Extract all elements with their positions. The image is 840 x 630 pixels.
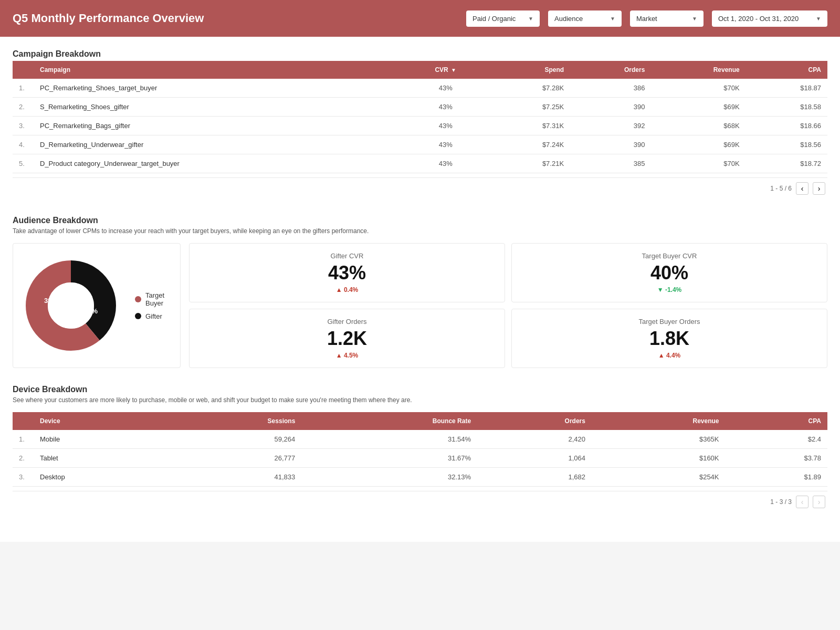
- donut-legend: Target Buyer Gifter: [135, 291, 170, 320]
- campaign-orders: 392: [570, 117, 651, 135]
- legend-target-buyer: Target Buyer: [135, 291, 170, 307]
- col-spend-header[interactable]: Spend: [487, 61, 570, 79]
- device-cpa: $2.4: [726, 430, 827, 449]
- campaign-spend: $7.31K: [487, 117, 570, 135]
- audience-label: Audience: [554, 15, 583, 23]
- row-num: 1.: [13, 79, 34, 98]
- campaign-cvr: 43%: [404, 79, 487, 98]
- metric-card: Gifter Orders 1.2K ▲ 4.5%: [189, 309, 505, 368]
- row-num: 1.: [13, 430, 34, 449]
- chevron-down-icon: ▼: [692, 16, 697, 22]
- audience-dropdown[interactable]: Audience ▼: [548, 10, 622, 27]
- row-num: 3.: [13, 117, 34, 135]
- device-revenue: $365K: [592, 430, 726, 449]
- col-cvr-header[interactable]: CVR ▼: [404, 61, 487, 79]
- device-table-footer: 1 - 3 / 3 ‹ ›: [13, 491, 827, 512]
- device-orders: 2,420: [477, 430, 592, 449]
- campaign-name: D_Remarketing_Underwear_gifter: [34, 135, 404, 154]
- page-header: Q5 Monthly Performance Overview Paid / O…: [0, 0, 840, 37]
- metric-value: 40%: [522, 262, 816, 284]
- campaign-next-btn[interactable]: ›: [813, 182, 825, 195]
- legend-dot-target-buyer: [135, 296, 141, 302]
- donut-svg: 39% 61%: [24, 258, 118, 353]
- paid-organic-dropdown[interactable]: Paid / Organic ▼: [466, 10, 540, 27]
- campaign-cvr: 43%: [404, 98, 487, 117]
- campaign-revenue: $68K: [651, 117, 746, 135]
- donut-chart-card: 39% 61% Target Buyer Gifter: [13, 243, 181, 368]
- row-num: 2.: [13, 449, 34, 468]
- campaign-table-footer: 1 - 5 / 6 ‹ ›: [13, 177, 827, 199]
- metric-value: 43%: [200, 262, 494, 284]
- campaign-spend: $7.28K: [487, 79, 570, 98]
- col-num-header: [13, 61, 34, 79]
- device-name: Mobile: [34, 430, 163, 449]
- device-sessions: 41,833: [163, 468, 302, 487]
- chevron-down-icon: ▼: [528, 16, 533, 22]
- col-campaign-header[interactable]: Campaign: [34, 61, 404, 79]
- device-cpa: $1.89: [726, 468, 827, 487]
- campaign-name: D_Product category_Underwear_target_buye…: [34, 154, 404, 173]
- campaign-revenue: $69K: [651, 135, 746, 154]
- campaign-breakdown-title: Campaign Breakdown: [13, 49, 827, 59]
- campaign-cvr: 43%: [404, 117, 487, 135]
- paid-organic-label: Paid / Organic: [472, 15, 516, 23]
- row-num: 3.: [13, 468, 34, 487]
- campaign-table-header: Campaign CVR ▼ Spend Orders Revenue CPA: [13, 61, 827, 79]
- device-revenue: $254K: [592, 468, 726, 487]
- campaign-cpa: $18.72: [746, 154, 827, 173]
- campaign-cpa: $18.58: [746, 98, 827, 117]
- metric-card: Gifter CVR 43% ▲ 0.4%: [189, 243, 505, 302]
- campaign-orders: 390: [570, 98, 651, 117]
- table-row: 3. Desktop 41,833 32.13% 1,682 $254K $1.…: [13, 468, 827, 487]
- device-name: Desktop: [34, 468, 163, 487]
- row-num: 5.: [13, 154, 34, 173]
- campaign-table: Campaign CVR ▼ Spend Orders Revenue CPA …: [13, 61, 827, 173]
- col-orders-header[interactable]: Orders: [477, 412, 592, 430]
- col-orders-header[interactable]: Orders: [570, 61, 651, 79]
- campaign-spend: $7.24K: [487, 135, 570, 154]
- metric-label: Gifter Orders: [200, 318, 494, 326]
- market-dropdown[interactable]: Market ▼: [630, 10, 704, 27]
- table-row: 2. S_Remarketing_Shoes_gifter 43% $7.25K…: [13, 98, 827, 117]
- date-range-dropdown[interactable]: Oct 1, 2020 - Oct 31, 2020 ▼: [712, 10, 827, 27]
- device-orders: 1,064: [477, 449, 592, 468]
- table-row: 4. D_Remarketing_Underwear_gifter 43% $7…: [13, 135, 827, 154]
- campaign-prev-btn[interactable]: ‹: [796, 182, 808, 195]
- device-next-btn[interactable]: ›: [813, 496, 825, 508]
- col-revenue-header[interactable]: Revenue: [592, 412, 726, 430]
- metric-label: Target Buyer Orders: [522, 318, 816, 326]
- metric-change: ▲ 0.4%: [200, 286, 494, 293]
- table-row: 1. Mobile 59,264 31.54% 2,420 $365K $2.4: [13, 430, 827, 449]
- device-table-header: Device Sessions Bounce Rate Orders Reven…: [13, 412, 827, 430]
- legend-gifter: Gifter: [135, 312, 170, 320]
- table-row: 5. D_Product category_Underwear_target_b…: [13, 154, 827, 173]
- device-prev-btn[interactable]: ‹: [796, 496, 808, 508]
- campaign-name: S_Remarketing_Shoes_gifter: [34, 98, 404, 117]
- device-sessions: 59,264: [163, 430, 302, 449]
- audience-breakdown-title: Audience Breakdown: [13, 216, 827, 225]
- table-row: 3. PC_Remarketing_Bags_gifter 43% $7.31K…: [13, 117, 827, 135]
- metric-label: Target Buyer CVR: [522, 252, 816, 260]
- col-sessions-header[interactable]: Sessions: [163, 412, 302, 430]
- col-revenue-header[interactable]: Revenue: [651, 61, 746, 79]
- col-bounce-rate-header[interactable]: Bounce Rate: [301, 412, 477, 430]
- row-num: 4.: [13, 135, 34, 154]
- col-cpa-header[interactable]: CPA: [726, 412, 827, 430]
- campaign-spend: $7.21K: [487, 154, 570, 173]
- gifter-pct-label: 39%: [44, 297, 58, 304]
- campaign-orders: 385: [570, 154, 651, 173]
- campaign-revenue: $70K: [651, 154, 746, 173]
- col-cpa-header[interactable]: CPA: [746, 61, 827, 79]
- donut-center: [48, 282, 94, 329]
- device-bounce-rate: 32.13%: [301, 468, 477, 487]
- device-sessions: 26,777: [163, 449, 302, 468]
- audience-metrics-grid: Gifter CVR 43% ▲ 0.4% Target Buyer CVR 4…: [189, 243, 827, 368]
- legend-label-target-buyer: Target Buyer: [145, 291, 170, 307]
- col-device-header[interactable]: Device: [34, 412, 163, 430]
- campaign-cpa: $18.56: [746, 135, 827, 154]
- device-breakdown-subtitle: See where your customers are more likely…: [13, 396, 827, 404]
- metric-value: 1.2K: [200, 328, 494, 350]
- campaign-spend: $7.25K: [487, 98, 570, 117]
- metric-change: ▲ 4.5%: [200, 352, 494, 359]
- campaign-orders: 390: [570, 135, 651, 154]
